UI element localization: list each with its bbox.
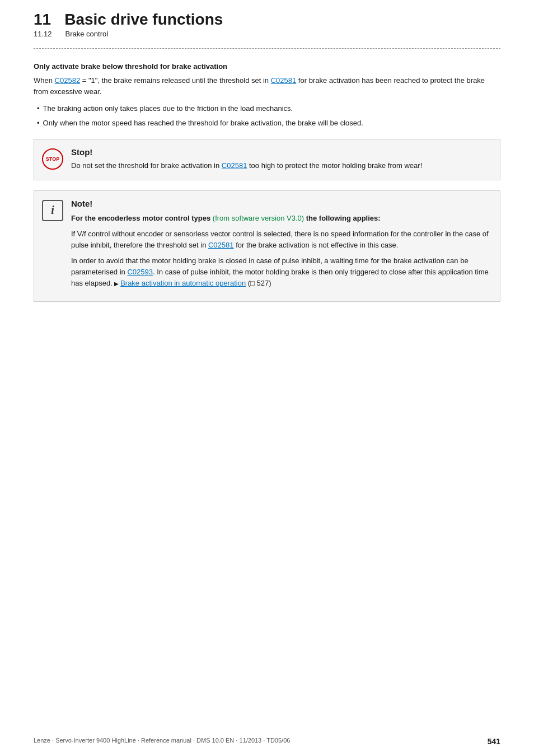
note-para-1: For the encoderless motor control types … <box>71 213 490 224</box>
intro-prefix: When <box>34 76 55 85</box>
note-para-2: If V/f control without encoder or sensor… <box>71 228 490 251</box>
code-c02593-link[interactable]: C02593 <box>127 268 153 276</box>
sub-chapter-title: Brake control <box>65 30 109 38</box>
stop-text: Do not set the threshold for brake activ… <box>71 160 490 171</box>
note-para-3: In order to avoid that the motor holding… <box>71 255 490 289</box>
divider <box>34 48 500 49</box>
sub-chapter-number: 11.12 <box>34 30 52 38</box>
green-text: (from software version V3.0) <box>213 214 304 222</box>
list-item: Only when the motor speed has reached th… <box>34 118 500 129</box>
page-number: 541 <box>488 737 500 746</box>
note-title: Note! <box>71 199 490 208</box>
stop-box: STOP Stop! Do not set the threshold for … <box>34 139 500 180</box>
note-icon: i <box>42 200 63 221</box>
page-header: 11 Basic drive functions 11.12 Brake con… <box>34 11 500 38</box>
chapter-title: Basic drive functions <box>64 11 223 29</box>
note-content: Note! For the encoderless motor control … <box>71 199 490 294</box>
stop-icon: STOP <box>42 148 63 170</box>
code-c02581-link-3[interactable]: C02581 <box>208 241 234 249</box>
intro-middle: = "1", the brake remains released until … <box>80 76 271 85</box>
section-heading: Only activate brake below threshold for … <box>34 62 500 71</box>
code-c02581-link-2[interactable]: C02581 <box>222 161 247 170</box>
brake-activation-link[interactable]: Brake activation in automatic operation <box>114 279 246 287</box>
bullet-list: The braking action only takes places due… <box>34 103 500 129</box>
page-footer: Lenze · Servo-Inverter 9400 HighLine · R… <box>0 737 534 746</box>
link-page: (□ 527) <box>246 279 271 287</box>
code-c02582-link[interactable]: C02582 <box>55 76 81 85</box>
stop-content: Stop! Do not set the threshold for brake… <box>71 147 490 171</box>
footer-left-text: Lenze · Servo-Inverter 9400 HighLine · R… <box>34 737 290 746</box>
list-item: The braking action only takes places due… <box>34 103 500 114</box>
intro-paragraph: When C02582 = "1", the brake remains rel… <box>34 75 500 97</box>
chapter-number: 11 <box>34 11 51 29</box>
code-c02581-link-1[interactable]: C02581 <box>271 76 297 85</box>
note-box: i Note! For the encoderless motor contro… <box>34 190 500 302</box>
stop-title: Stop! <box>71 147 490 157</box>
